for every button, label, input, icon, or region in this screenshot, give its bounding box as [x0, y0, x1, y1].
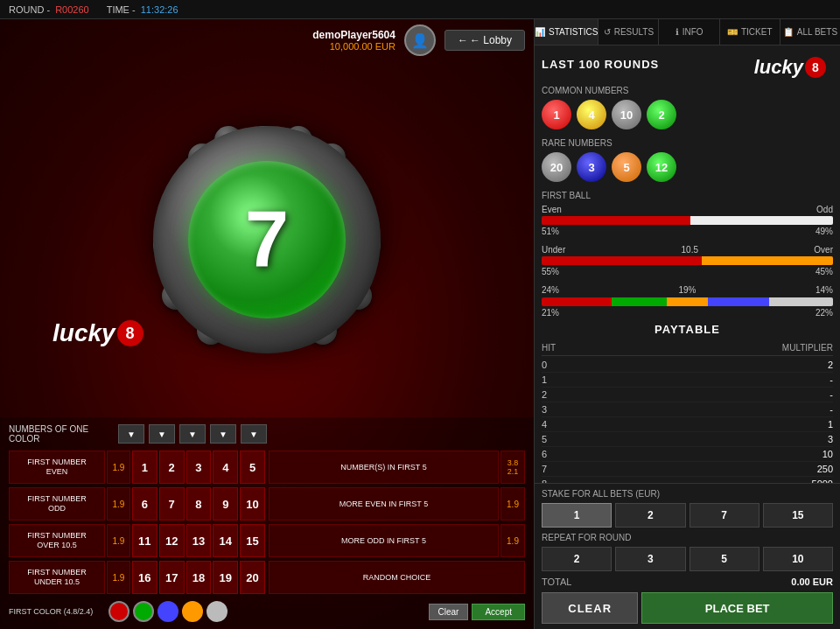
bet-row: MORE EVEN IN FIRST 5 1.9: [269, 487, 525, 521]
bet-number[interactable]: 5: [240, 451, 265, 484]
rare-ball-4: 12: [647, 152, 676, 182]
even-bar-fill: [542, 216, 690, 225]
nav-statistics[interactable]: 📊 STATISTICS: [535, 19, 598, 45]
paytable-title: PAYTABLE: [542, 323, 833, 336]
common-ball-3: 10: [612, 100, 641, 129]
stake-btn-2[interactable]: 2: [615, 503, 685, 528]
lobby-button[interactable]: ← ← Lobby: [444, 30, 525, 51]
bet-number[interactable]: 2: [159, 451, 185, 484]
clear-small-button[interactable]: Clear: [429, 604, 469, 620]
paytable-row: 85000: [542, 477, 833, 483]
ball-display: lucky 8: [0, 61, 534, 417]
bet-number[interactable]: 11: [132, 524, 158, 557]
bet-number[interactable]: 19: [213, 561, 238, 594]
under-pct: 55%: [542, 267, 559, 276]
large-ball-container: 7: [144, 117, 389, 362]
rare-numbers-label: RARE NUMBERS: [542, 138, 833, 148]
bet-label: FIRST NUMBERUNDER 10.5: [9, 561, 105, 594]
bet-number[interactable]: 4: [213, 451, 238, 484]
bet-column-right: NUMBER(S) IN FIRST 5 3.82.1 MORE EVEN IN…: [269, 451, 525, 594]
bet-number[interactable]: 20: [240, 561, 265, 594]
top-bar: ROUND - R00260 TIME - 11:32:26: [0, 0, 840, 19]
info-icon: ℹ: [676, 27, 679, 37]
noc-dropdown-5[interactable]: ▼: [241, 424, 267, 444]
bet-number[interactable]: 14: [213, 524, 238, 557]
stake-section: STAKE FOR ALL BETS (EUR) 1 2 7 15 REPEAT…: [535, 483, 840, 629]
stake-buttons: 1 2 7 15: [542, 503, 833, 528]
noc-row: NUMBERS OF ONE COLOR ▼ ▼ ▼ ▼ ▼: [9, 424, 525, 444]
common-ball-1: 1: [542, 100, 571, 129]
repeat-btn-10[interactable]: 10: [763, 547, 833, 571]
stake-btn-7[interactable]: 7: [690, 503, 760, 528]
bet-number[interactable]: 15: [240, 524, 265, 557]
color-green[interactable]: [133, 601, 154, 622]
username: demoPlayer5604: [312, 29, 396, 41]
repeat-label: REPEAT FOR ROUND: [542, 533, 833, 542]
bet-row: FIRST NUMBEREVEN 1.9 1 2 3 4 5: [9, 451, 265, 484]
paytable-row: 7250: [542, 462, 833, 477]
common-numbers-row: 1 4 10 2: [542, 100, 833, 129]
bet-number[interactable]: 3: [186, 451, 212, 484]
repeat-btn-2[interactable]: 2: [542, 547, 612, 571]
bet-number[interactable]: 6: [132, 487, 158, 521]
bar-seg-1: [542, 297, 612, 306]
noc-dropdown-4[interactable]: ▼: [210, 424, 236, 444]
color-orange[interactable]: [182, 601, 203, 622]
avatar: 👤: [404, 24, 436, 56]
bet-number[interactable]: 13: [186, 524, 212, 557]
all-bets-icon: 📋: [783, 27, 794, 37]
even-pct: 51%: [542, 227, 559, 236]
main-layout: demoPlayer5604 10,000.00 EUR 👤 ← ← Lobby…: [0, 19, 840, 629]
common-ball-2: 4: [577, 100, 606, 129]
bet-number[interactable]: 18: [186, 561, 212, 594]
bet-label: MORE ODD IN FIRST 5: [269, 524, 499, 557]
bet-number[interactable]: 7: [159, 487, 185, 521]
odd-bar-fill: [690, 216, 833, 225]
repeat-btn-5[interactable]: 5: [690, 547, 760, 571]
nav-results[interactable]: ↺ RESULTS: [598, 19, 659, 45]
total-row: TOTAL 0.00 EUR: [542, 577, 833, 587]
bet-number[interactable]: 17: [159, 561, 185, 594]
clear-button[interactable]: CLEAR: [542, 592, 638, 624]
bet-number[interactable]: 9: [213, 487, 238, 521]
paytable-row: 41: [542, 417, 833, 432]
bar-seg-5: [769, 297, 833, 306]
noc-dropdown-3[interactable]: ▼: [179, 424, 206, 444]
paytable-section: PAYTABLE HIT MULTIPLIER 02 1- 2- 3-: [542, 323, 833, 483]
color-red[interactable]: [108, 601, 130, 622]
rare-ball-2: 3: [577, 152, 606, 182]
user-info: demoPlayer5604 10,000.00 EUR: [312, 29, 396, 52]
nav-ticket[interactable]: 🎫 TICKET: [720, 19, 780, 45]
total-label: TOTAL: [542, 577, 571, 587]
bet-number[interactable]: 16: [132, 561, 158, 594]
place-bet-button[interactable]: PLACE BET: [641, 592, 833, 624]
bet-number[interactable]: 12: [159, 524, 185, 557]
bet-number[interactable]: 8: [186, 487, 212, 521]
repeat-btn-3[interactable]: 3: [615, 547, 685, 571]
bet-number[interactable]: 1: [132, 451, 158, 484]
nav-info[interactable]: ℹ INFO: [659, 19, 719, 45]
action-buttons: CLEAR PLACE BET: [542, 592, 833, 624]
common-ball-4: 2: [647, 100, 676, 129]
paytable-row: 610: [542, 447, 833, 462]
multiplier-header: MULTIPLIER: [782, 343, 833, 353]
paytable-row: 53: [542, 432, 833, 447]
bet-row: NUMBER(S) IN FIRST 5 3.82.1: [269, 451, 525, 484]
accept-button[interactable]: Accept: [472, 604, 525, 620]
lobby-arrow-icon: ←: [458, 34, 468, 46]
stake-btn-15[interactable]: 15: [763, 503, 833, 528]
repeat-buttons: 2 3 5 10: [542, 547, 833, 571]
noc-dropdown-2[interactable]: ▼: [149, 424, 175, 444]
color-blue[interactable]: [158, 601, 178, 622]
bet-number[interactable]: 10: [240, 487, 265, 521]
nav-all-bets[interactable]: 📋 ALL BETS: [780, 19, 840, 45]
over-label: Over: [814, 245, 833, 255]
color-gray[interactable]: [206, 601, 228, 622]
bar-seg-2: [612, 297, 667, 306]
user-bar: demoPlayer5604 10,000.00 EUR 👤 ← ← Lobby: [0, 19, 534, 61]
stake-btn-1[interactable]: 1: [542, 503, 612, 528]
bet-odd: 1.9: [500, 524, 525, 557]
eight-badge: 8: [117, 320, 144, 346]
noc-dropdown-1[interactable]: ▼: [118, 424, 144, 444]
bet-label: MORE EVEN IN FIRST 5: [269, 487, 499, 521]
